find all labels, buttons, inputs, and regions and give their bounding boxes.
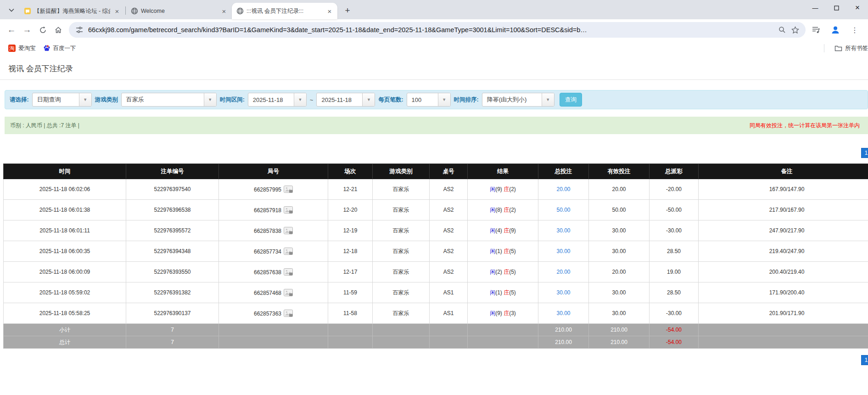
total-bet-link[interactable]: 30.00	[556, 289, 570, 296]
total-bet-cell[interactable]: 50.00	[538, 200, 589, 220]
total-bet-cell[interactable]: 20.00	[538, 179, 589, 200]
game-kind-cell: 百家乐	[373, 241, 430, 262]
total-bet-link[interactable]: 30.00	[556, 310, 570, 316]
subtotal-row: 小计7210.00210.00-54.00	[4, 324, 868, 336]
forward-icon[interactable]: →	[19, 22, 35, 38]
tab-strip: 【新提醒】海燕策略论坛 - 综合 × Welcome × :::视讯 会员下注纪…	[0, 0, 868, 19]
valid-bet-cell: 30.00	[589, 241, 650, 262]
search-button[interactable]: 查询	[560, 93, 582, 107]
back-icon[interactable]: ←	[4, 22, 19, 38]
column-header: 总投注	[538, 164, 589, 179]
game-kind-cell: 百家乐	[373, 179, 430, 200]
tab-welcome[interactable]: Welcome ×	[126, 3, 232, 19]
tab-title: Welcome	[141, 8, 217, 14]
chevron-down-icon: ▼	[204, 93, 216, 106]
forum-favicon	[24, 7, 31, 15]
summary-empty-cell	[219, 324, 328, 336]
time-cell: 2025-11-18 06:00:09	[4, 262, 126, 282]
session-cell: 11-59	[328, 282, 373, 303]
zoom-magnifier-icon[interactable]	[777, 25, 787, 35]
per-page-select[interactable]: 100 ▼	[407, 93, 451, 107]
total-bet-link[interactable]: 30.00	[556, 227, 570, 234]
column-header: 结果	[468, 164, 538, 179]
summary-empty-cell	[373, 324, 430, 336]
site-settings-tune-icon[interactable]	[74, 25, 84, 35]
date-end-select[interactable]: 2025-11-18 ▼	[316, 93, 375, 107]
tab-forum[interactable]: 【新提醒】海燕策略论坛 - 综合 ×	[19, 3, 125, 19]
total-bet-link[interactable]: 20.00	[556, 269, 570, 275]
pagination-page-1[interactable]: 1	[861, 148, 868, 158]
summary-valid-bet-cell: 210.00	[589, 336, 650, 349]
round-media-icon[interactable]	[284, 186, 293, 193]
remark-cell: 171.90/200.40	[699, 282, 868, 303]
browser-menu-dots-icon[interactable]: ⋮	[847, 22, 862, 38]
tab-close-icon[interactable]: ×	[113, 7, 121, 15]
window-minimize-button[interactable]: —	[805, 0, 826, 16]
per-page-label: 每页笔数:	[378, 96, 403, 104]
time-cell: 2025-11-18 05:59:02	[4, 282, 126, 303]
date-start-select[interactable]: 2025-11-18 ▼	[248, 93, 307, 107]
payout-cell: 28.50	[650, 282, 699, 303]
tab-search-chevron-icon[interactable]	[5, 3, 18, 17]
game-kind-select[interactable]: 百家乐 ▼	[121, 93, 217, 107]
round-media-icon[interactable]	[284, 310, 293, 317]
url-text[interactable]: 66cxkj98.com/game/betrecord_search/kind3…	[88, 26, 773, 34]
sort-value: 降幂(由大到小)	[482, 96, 542, 104]
tab-bet-records-active[interactable]: :::视讯 会员下注纪录::: ×	[232, 3, 337, 19]
profile-avatar[interactable]	[828, 22, 843, 38]
tab-close-icon[interactable]: ×	[325, 7, 334, 15]
tab-close-icon[interactable]: ×	[220, 7, 228, 15]
round-media-icon[interactable]	[284, 206, 293, 214]
round-number: 662857468	[254, 290, 281, 296]
table-number-cell: AS2	[430, 220, 468, 241]
summary-count-cell: 7	[126, 324, 219, 336]
sort-select[interactable]: 降幂(由大到小) ▼	[482, 93, 554, 107]
total-bet-cell[interactable]: 30.00	[538, 220, 589, 241]
media-controls-icon[interactable]	[808, 22, 824, 38]
bookmark-baidu[interactable]: 百度一下	[39, 43, 80, 54]
summary-empty-cell	[219, 336, 328, 349]
valid-bet-cell: 20.00	[589, 262, 650, 282]
total-bet-link[interactable]: 20.00	[556, 186, 570, 192]
globe-icon	[236, 7, 244, 15]
remark-cell: 217.90/167.90	[699, 200, 868, 220]
date-type-select[interactable]: 日期查询 ▼	[32, 93, 92, 107]
chevron-down-icon: ▼	[362, 93, 375, 106]
round-media-icon[interactable]	[284, 248, 293, 255]
time-cell: 2025-11-18 06:01:38	[4, 200, 126, 220]
reload-icon[interactable]	[35, 22, 50, 38]
window-maximize-button[interactable]	[826, 0, 847, 16]
payout-cell: -50.00	[650, 200, 699, 220]
bet-id-cell: 522976394348	[126, 241, 219, 262]
bookmark-aitaobao[interactable]: 淘 爱淘宝	[5, 43, 39, 54]
table-row: 2025-11-18 05:58:25522976390137662857363…	[4, 303, 868, 324]
column-header: 局号	[219, 164, 328, 179]
round-cell: 662857918	[219, 200, 328, 220]
total-bet-link[interactable]: 30.00	[556, 248, 570, 254]
total-bet-cell[interactable]: 20.00	[538, 262, 589, 282]
address-bar[interactable]: 66cxkj98.com/game/betrecord_search/kind3…	[69, 22, 806, 38]
total-bet-cell[interactable]: 30.00	[538, 282, 589, 303]
result-cell: 闲(9) 庄(2)	[468, 179, 538, 200]
round-media-icon[interactable]	[284, 289, 293, 296]
all-bookmarks-label: 所有书签	[845, 45, 868, 52]
home-icon[interactable]	[50, 22, 66, 38]
pagination-page-1[interactable]: 1	[861, 355, 868, 365]
round-number: 662857363	[254, 310, 281, 317]
summary-label-cell: 总计	[4, 336, 126, 349]
page-title: 视讯 会员下注纪录	[0, 56, 868, 79]
round-media-icon[interactable]	[284, 227, 293, 234]
total-bet-cell[interactable]: 30.00	[538, 241, 589, 262]
bookmark-star-icon[interactable]	[790, 25, 800, 35]
date-range-tilde: ~	[310, 96, 314, 103]
total-bet-cell[interactable]: 30.00	[538, 303, 589, 324]
game-kind-value: 百家乐	[122, 96, 204, 104]
all-bookmarks-button[interactable]: 所有书签	[831, 43, 868, 54]
window-close-button[interactable]: ×	[847, 0, 868, 16]
total-bet-link[interactable]: 50.00	[556, 207, 570, 213]
summary-total-bet-cell: 210.00	[538, 324, 589, 336]
new-tab-button[interactable]: +	[341, 4, 354, 17]
round-media-icon[interactable]	[284, 268, 293, 276]
bet-id-cell: 522976397540	[126, 179, 219, 200]
remark-cell: 247.90/217.90	[699, 220, 868, 241]
